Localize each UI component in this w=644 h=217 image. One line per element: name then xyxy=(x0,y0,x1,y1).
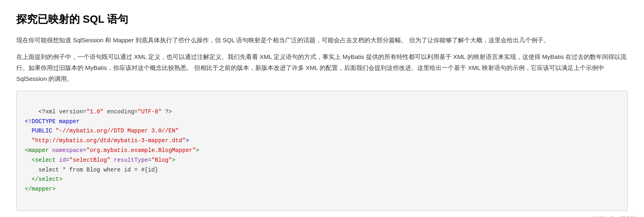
xml-mapper-close: </mapper> xyxy=(25,186,56,192)
page-title: 探究已映射的 SQL 语句 xyxy=(16,12,628,26)
xml-doctype-url: "http://mybatis.org/dtd/mybatis-3-mapper… xyxy=(25,137,189,144)
code-block: <?xml version="1.0" encoding="UTF-8" ?> … xyxy=(16,91,628,211)
xml-doctype-public: PUBLIC "-//mybatis.org//DTD Mapper 3.0//… xyxy=(25,128,179,134)
xml-pi: <?xml version="1.0" encoding="UTF-8" ?> xyxy=(39,108,172,115)
paragraph-2: 在上面提到的例子中，一个语句既可以通过 XML 定义，也可以通过注解定义。我们先… xyxy=(16,51,628,84)
xml-select-open: <select id="selectBlog" resultType="Blog… xyxy=(25,157,175,163)
xml-mapper-open: <mapper namespace="org.mybatis.example.B… xyxy=(25,147,199,154)
paragraph-1: 现在你可能很想知道 SqlSession 和 Mapper 到底具体执行了些什么… xyxy=(16,35,628,46)
page-container: 探究已映射的 SQL 语句 现在你可能很想知道 SqlSession 和 Map… xyxy=(0,0,644,217)
xml-select-close: </select> xyxy=(25,176,62,182)
xml-doctype-line: <!DOCTYPE mapper xyxy=(25,118,79,125)
watermark: CSDN @一纸春秋 xyxy=(593,215,636,217)
xml-select-body: select * from Blog where id = #{id} xyxy=(25,167,158,173)
